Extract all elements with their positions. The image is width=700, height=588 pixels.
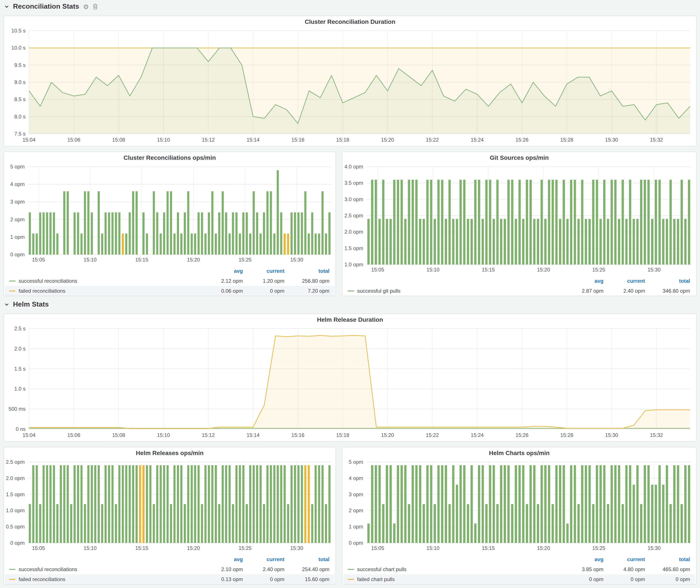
panel-title[interactable]: Helm Charts ops/min (342, 447, 696, 459)
svg-text:2.0 opm: 2.0 opm (6, 475, 25, 481)
svg-text:15:18: 15:18 (336, 432, 349, 438)
legend-sort-current[interactable]: current (603, 278, 645, 284)
svg-text:1 opm: 1 opm (10, 234, 25, 240)
svg-text:15:10: 15:10 (84, 257, 97, 263)
svg-text:15:08: 15:08 (112, 432, 125, 438)
section-title[interactable]: Reconciliation Stats (13, 3, 79, 10)
legend-series-label[interactable]: successful git pulls (343, 288, 562, 294)
svg-text:15:30: 15:30 (290, 257, 303, 263)
legend-sort-current[interactable]: current (603, 556, 645, 562)
legend-current-value: 1.20 opm (243, 278, 284, 284)
svg-text:2.5 opm: 2.5 opm (344, 213, 363, 218)
svg-text:500 ms: 500 ms (8, 406, 26, 412)
legend-sort-avg[interactable]: avg (201, 268, 243, 274)
svg-text:15:05: 15:05 (371, 545, 384, 551)
svg-text:15:05: 15:05 (371, 267, 384, 273)
chart-git-sources-opm[interactable]: 15:0515:1015:1515:2015:2515:301.0 opm1.5… (342, 163, 696, 275)
chart-helm-releases-opm[interactable]: 15:0515:1015:1515:2015:2515:300 opm0.5 o… (4, 459, 335, 553)
legend-current-value: 0 opm (243, 576, 284, 582)
svg-text:2 opm: 2 opm (349, 507, 363, 513)
svg-text:15:06: 15:06 (67, 137, 80, 143)
panel-title[interactable]: Helm Release Duration (4, 314, 696, 325)
trash-icon[interactable] (93, 3, 98, 10)
svg-text:15:08: 15:08 (112, 137, 125, 143)
svg-text:5 opm: 5 opm (349, 459, 363, 465)
svg-text:10.0 s: 10.0 s (11, 45, 26, 51)
svg-text:15:10: 15:10 (426, 545, 439, 551)
svg-text:1.5 opm: 1.5 opm (6, 491, 25, 497)
svg-text:15:10: 15:10 (157, 137, 170, 143)
legend-series-label[interactable]: failed reconciliations (5, 288, 201, 294)
panel-helm-releases-opm: Helm Releases ops/min 15:0515:1015:1515:… (3, 447, 336, 585)
legend-series-label[interactable]: failed reconciliations (5, 576, 201, 582)
svg-text:15:05: 15:05 (32, 545, 45, 551)
svg-text:15:18: 15:18 (336, 137, 349, 143)
chart-helm-release-duration[interactable]: 15:0415:0615:0815:1015:1215:1415:1615:18… (4, 325, 696, 440)
section-title[interactable]: Helm Stats (13, 300, 49, 308)
series-color-swatch (348, 569, 354, 570)
legend-total-value: 256.80 opm (284, 278, 335, 284)
legend-sort-current[interactable]: current (243, 556, 284, 562)
svg-text:5 opm: 5 opm (10, 164, 25, 170)
legend-series-label[interactable]: successful reconciliations (5, 566, 201, 572)
chart-cluster-reconciliation-duration[interactable]: 15:0415:0615:0815:1015:1215:1415:1615:18… (4, 27, 696, 145)
svg-text:15:10: 15:10 (157, 432, 170, 438)
panel-git-sources-opm: Git Sources ops/min 15:0515:1015:1515:20… (342, 152, 697, 296)
legend-row: successful chart pulls3.85 opm4.80 opm46… (343, 564, 695, 574)
svg-text:15:20: 15:20 (381, 137, 394, 143)
svg-text:2.5 s: 2.5 s (14, 326, 26, 331)
panel-title[interactable]: Git Sources ops/min (342, 152, 696, 163)
legend-total-value: 346.80 opm (645, 288, 695, 294)
legend-header-row: avgcurrenttotal (5, 266, 335, 276)
svg-text:15:20: 15:20 (187, 257, 200, 263)
svg-text:15:24: 15:24 (471, 137, 484, 143)
svg-text:15:30: 15:30 (648, 267, 661, 273)
legend-header-row: avgcurrenttotal (5, 554, 335, 564)
legend-sort-total[interactable]: total (645, 278, 695, 284)
legend-current-value: 4.80 opm (603, 566, 645, 572)
legend-sort-avg[interactable]: avg (201, 556, 243, 562)
panel-title[interactable]: Cluster Reconciliation Duration (4, 16, 696, 27)
svg-text:15:14: 15:14 (247, 137, 260, 143)
svg-text:0 opm: 0 opm (349, 540, 363, 546)
legend-row: successful reconciliations2.12 opm1.20 o… (5, 276, 335, 286)
panel-cluster-reconciliation-duration: Cluster Reconciliation Duration 15:0415:… (3, 16, 697, 146)
svg-text:0.5 opm: 0.5 opm (6, 524, 25, 530)
svg-text:15:15: 15:15 (482, 545, 495, 551)
legend-sort-current[interactable]: current (243, 268, 284, 274)
chart-svg: 15:0415:0615:0815:1015:1215:1415:1615:18… (4, 27, 696, 145)
legend-sort-total[interactable]: total (645, 556, 695, 562)
chevron-down-icon[interactable] (4, 302, 9, 307)
legend-sort-total[interactable]: total (284, 556, 335, 562)
legend-series-label[interactable]: successful reconciliations (5, 278, 201, 284)
chart-helm-charts-opm[interactable]: 15:0515:1015:1515:2015:2515:300 opm1 opm… (342, 459, 696, 553)
svg-text:1.0 s: 1.0 s (14, 386, 26, 392)
svg-text:15:25: 15:25 (592, 545, 605, 551)
gear-icon[interactable]: ⚙ (83, 3, 89, 10)
legend-total-value: 0 opm (645, 576, 695, 582)
legend-avg-value: 3.85 opm (562, 566, 603, 572)
chart-cluster-reconciliations-opm[interactable]: 15:0515:1015:1515:2015:2515:300 opm1 opm… (4, 163, 335, 265)
svg-text:7.5 s: 7.5 s (14, 131, 26, 137)
legend-header-row: avgcurrenttotal (343, 554, 695, 564)
svg-text:15:20: 15:20 (381, 432, 394, 438)
legend-sort-total[interactable]: total (284, 268, 335, 274)
legend-series-label[interactable]: successful chart pulls (343, 566, 562, 572)
legend-row: successful git pulls2.87 opm2.40 opm346.… (343, 286, 695, 296)
chevron-down-icon[interactable] (4, 4, 9, 9)
legend-current-value: 0 opm (603, 576, 645, 582)
legend-row: failed chart pulls0 opm0 opm0 opm (343, 574, 695, 584)
svg-text:8.5 s: 8.5 s (14, 96, 26, 102)
legend-sort-avg[interactable]: avg (562, 278, 603, 284)
legend-sort-avg[interactable]: avg (562, 556, 603, 562)
svg-text:3.0 opm: 3.0 opm (344, 196, 363, 202)
svg-text:15:25: 15:25 (239, 545, 252, 551)
panel-title[interactable]: Cluster Reconciliations ops/min (4, 152, 335, 163)
svg-text:15:12: 15:12 (202, 432, 215, 438)
panel-title[interactable]: Helm Releases ops/min (4, 447, 335, 459)
legend-avg-value: 2.10 opm (201, 566, 243, 572)
chart-svg: 15:0515:1015:1515:2015:2515:300 opm1 opm… (4, 163, 335, 265)
chart-svg: 15:0415:0615:0815:1015:1215:1415:1615:18… (4, 325, 696, 440)
legend-series-label[interactable]: failed chart pulls (343, 576, 562, 582)
svg-text:1 opm: 1 opm (349, 524, 363, 530)
